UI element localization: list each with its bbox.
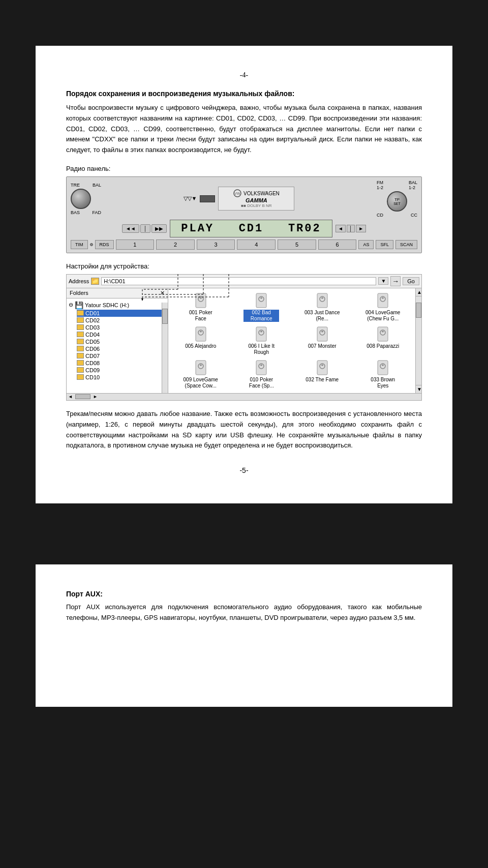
scroll-thumb[interactable] bbox=[416, 303, 421, 318]
file-icon-001 bbox=[193, 292, 209, 309]
file-007-name: 007 Monster bbox=[308, 343, 337, 349]
preset-1[interactable]: 1 bbox=[116, 240, 155, 250]
page-number-bottom: -5- bbox=[66, 466, 422, 474]
diagram-container: Address 📁 H:\CD01 ▼ → Go Folders ✕ bbox=[66, 274, 422, 401]
left-knob-area: TRE BAL BAS FAD bbox=[71, 183, 101, 215]
cd02-label: CD02 bbox=[85, 317, 100, 323]
svg-rect-14 bbox=[196, 327, 206, 341]
file-006[interactable]: 006 I Like It Rough bbox=[233, 326, 290, 355]
file-007[interactable]: 007 Monster bbox=[294, 326, 351, 349]
cd10-folder[interactable]: CD10 bbox=[77, 374, 166, 381]
bal-label: BAL bbox=[93, 183, 101, 188]
tre-label: TRE bbox=[71, 183, 80, 188]
preset-4[interactable]: 4 bbox=[237, 240, 276, 250]
file-004-name: 004 LoveGame (Chew Fu G... bbox=[365, 310, 401, 322]
file-001[interactable]: 001 Poker Face bbox=[172, 292, 229, 322]
file-009[interactable]: 009 LoveGame (Space Cow... bbox=[172, 360, 229, 389]
bas-fad-labels: BAS FAD bbox=[71, 210, 101, 215]
tp-label: TP bbox=[394, 197, 400, 202]
svg-rect-20 bbox=[317, 327, 327, 341]
cd06-folder[interactable]: CD06 bbox=[77, 345, 166, 352]
file-005[interactable]: 005 Alejandro bbox=[172, 326, 229, 349]
svg-point-25 bbox=[382, 331, 384, 332]
cc-label: CC bbox=[411, 213, 417, 218]
as-button[interactable]: AS bbox=[358, 240, 374, 249]
drive-item[interactable]: ⊖ 💾 Yatour SDHC (H:) bbox=[69, 301, 166, 310]
scan-button[interactable]: SCAN bbox=[395, 240, 417, 249]
preset-5[interactable]: 5 bbox=[278, 240, 316, 250]
scroll-up-btn[interactable]: ▲ bbox=[416, 288, 421, 296]
preset-3[interactable]: 3 bbox=[197, 240, 235, 250]
file-008-name: 008 Paparazzi bbox=[367, 343, 399, 349]
file-010-name: 010 Poker Face (Sp... bbox=[243, 377, 279, 389]
folder-sm-cd10 bbox=[77, 374, 84, 380]
preset-6[interactable]: 6 bbox=[318, 240, 357, 250]
file-008[interactable]: 008 Paparazzi bbox=[355, 326, 412, 349]
play-pause-btn[interactable]: │ bbox=[140, 224, 150, 233]
nav-buttons-right: ◄ │ ► bbox=[336, 225, 366, 232]
cd05-folder[interactable]: CD05 bbox=[77, 338, 166, 345]
folder-sm-cd03 bbox=[77, 324, 84, 330]
cd08-folder[interactable]: CD08 bbox=[77, 360, 166, 367]
stop-btn[interactable]: │ bbox=[347, 225, 355, 232]
folder-sm-cd08 bbox=[77, 360, 84, 366]
svg-point-10 bbox=[321, 297, 323, 298]
go-button[interactable]: Go bbox=[403, 277, 419, 285]
file-icon-005 bbox=[193, 326, 209, 342]
cd04-folder[interactable]: CD04 bbox=[77, 331, 166, 338]
dropdown-btn[interactable]: ▼ bbox=[378, 277, 388, 285]
right-knob-area: FM1-2 BAL1-2 TP SET CD CC bbox=[377, 180, 417, 218]
tim-button[interactable]: TIM bbox=[71, 240, 88, 249]
cd08-label: CD08 bbox=[85, 360, 100, 366]
svg-text:VW: VW bbox=[234, 192, 240, 195]
file-002[interactable]: 002 Bad Romance bbox=[233, 292, 290, 322]
cd03-folder[interactable]: CD03 bbox=[77, 324, 166, 331]
file-033[interactable]: 033 Brown Eyes bbox=[355, 360, 412, 389]
scroll-down-btn[interactable]: ▼ bbox=[416, 385, 421, 393]
file-003-name: 003 Just Dance (Re... bbox=[304, 310, 340, 322]
file-032[interactable]: 032 The Fame bbox=[294, 360, 351, 383]
cd09-folder[interactable]: CD09 bbox=[77, 367, 166, 374]
vw-logo: VW bbox=[233, 189, 241, 197]
skip-fwd-btn[interactable]: ► bbox=[356, 225, 366, 232]
left-scroll-thumb[interactable] bbox=[162, 309, 168, 324]
radio-top-row: TRE BAL BAS FAD ▽▽▼ bbox=[71, 180, 417, 218]
bottom-scrollbar: ◄ ► bbox=[67, 393, 421, 400]
h-scroll-thumb[interactable] bbox=[75, 394, 90, 399]
left-knob[interactable] bbox=[71, 189, 91, 209]
scroll-left-btn[interactable]: ◄ bbox=[67, 394, 74, 399]
vw-brand: VW VOLKSWAGEN bbox=[224, 189, 289, 197]
arrow-btn[interactable]: → bbox=[390, 276, 401, 286]
cd02-folder[interactable]: CD02 bbox=[77, 317, 166, 324]
file-002-name: 002 Bad Romance bbox=[243, 310, 279, 322]
prev-btn[interactable]: ◄◄ bbox=[122, 224, 139, 233]
cd-cc-labels: CD CC bbox=[377, 213, 417, 218]
preset-2[interactable]: 2 bbox=[156, 240, 195, 250]
rds-button[interactable]: RDS bbox=[95, 240, 114, 249]
svg-point-4 bbox=[200, 297, 202, 298]
scroll-right-btn[interactable]: ► bbox=[92, 394, 99, 399]
cd05-label: CD05 bbox=[85, 339, 100, 345]
file-005-name: 005 Alejandro bbox=[185, 343, 216, 349]
page-container: -4- Порядок сохранения и воспроизведения… bbox=[0, 0, 488, 753]
file-icon-004 bbox=[375, 292, 391, 309]
svg-point-7 bbox=[260, 297, 262, 298]
file-033-name: 033 Brown Eyes bbox=[365, 377, 401, 389]
cd01-folder[interactable]: CD01 bbox=[77, 310, 166, 317]
path-field[interactable]: H:\CD01 bbox=[101, 277, 376, 285]
file-004[interactable]: 004 LoveGame (Chew Fu G... bbox=[355, 292, 412, 322]
tp-button[interactable]: TP SET bbox=[387, 191, 407, 212]
file-icon-032 bbox=[314, 360, 330, 376]
cd07-folder[interactable]: CD07 bbox=[77, 352, 166, 360]
folder-tree: ⊖ 💾 Yatour SDHC (H:) CD01 bbox=[67, 298, 168, 383]
triangle-symbol: ▽▽▼ bbox=[184, 195, 197, 202]
svg-point-16 bbox=[200, 331, 202, 332]
close-folders-btn[interactable]: ✕ bbox=[160, 290, 165, 296]
display-cd: CD1 bbox=[239, 222, 264, 235]
skip-back-btn[interactable]: ◄ bbox=[336, 225, 346, 232]
file-003[interactable]: 003 Just Dance (Re... bbox=[294, 292, 351, 322]
svg-point-28 bbox=[200, 364, 202, 366]
sfl-button[interactable]: SFL bbox=[376, 240, 393, 249]
next-btn[interactable]: ▶▶ bbox=[151, 224, 167, 233]
file-010[interactable]: 010 Poker Face (Sp... bbox=[233, 360, 290, 389]
